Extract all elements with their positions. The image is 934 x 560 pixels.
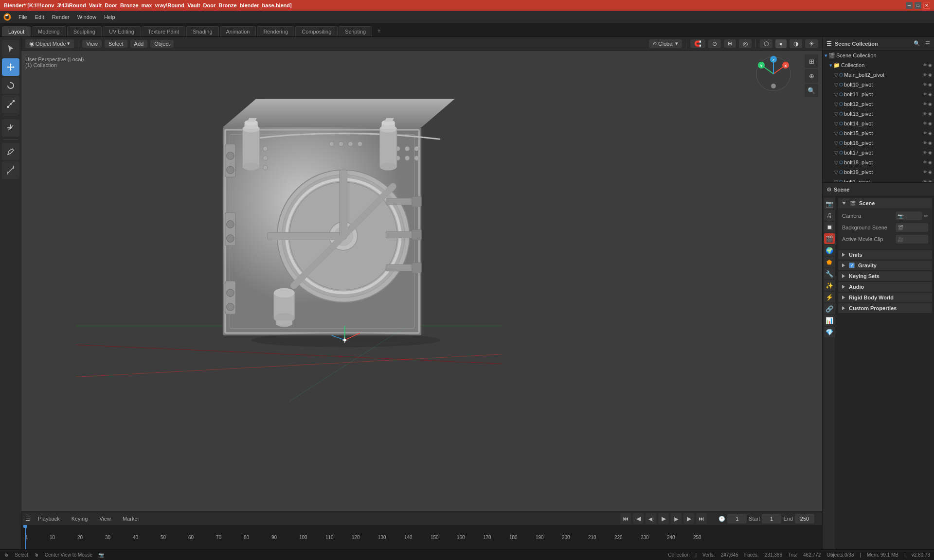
outliner-item[interactable]: ▽ ⬡ bolt12_pivot 👁 ◉ (823, 99, 934, 109)
xray-button[interactable]: ◎ (739, 39, 752, 48)
viewport-view-menu[interactable]: View (82, 40, 102, 48)
proportional-edit-button[interactable]: ⊙ (708, 39, 721, 48)
prop-tab-viewlayer[interactable]: 🔲 (824, 222, 835, 232)
viewport-select-menu[interactable]: Select (105, 40, 127, 48)
gravity-section-header[interactable]: ✓ Gravity (838, 261, 932, 270)
prop-tab-scene[interactable]: 🎬 (824, 233, 835, 244)
frame-number-130: 130 (378, 535, 386, 540)
transform-tool[interactable] (2, 119, 19, 137)
menu-help[interactable]: Help (100, 13, 119, 21)
outliner-collection[interactable]: ▾ 📁 Collection 👁 ◉ (823, 60, 934, 70)
viewport-global-transform[interactable]: ⊙ Global ▾ (649, 39, 682, 48)
prop-tab-output[interactable]: 🖨 (824, 210, 835, 221)
viewport[interactable]: ◉ Object Mode ▾ View Select Add Object ⊙… (21, 37, 822, 560)
end-frame-input[interactable] (795, 514, 814, 524)
tab-layout[interactable]: Layout (2, 26, 31, 36)
prop-tab-object[interactable]: ⬟ (824, 257, 835, 267)
cursor-tool[interactable] (2, 40, 19, 57)
prop-tab-modifier[interactable]: 🔧 (824, 268, 835, 279)
measure-tool[interactable] (2, 161, 19, 179)
next-keyframe-btn[interactable]: |▶ (671, 513, 682, 524)
shading-solid[interactable]: ● (775, 39, 787, 48)
menu-edit[interactable]: Edit (31, 13, 48, 21)
shading-rendered[interactable]: ☀ (805, 39, 818, 48)
close-button[interactable]: ✕ (923, 2, 930, 9)
tab-sculpting[interactable]: Sculpting (67, 26, 102, 36)
keying-sets-section-header[interactable]: Keying Sets (838, 271, 932, 281)
item-mesh-icon: ⬡ (839, 102, 843, 106)
outliner-item[interactable]: ▽ ⬡ bolt10_pivot 👁 ◉ (823, 80, 934, 89)
outliner-item[interactable]: ▽ ⬡ bolt19_pivot 👁 ◉ (823, 167, 934, 177)
main-layout: ◉ Object Mode ▾ View Select Add Object ⊙… (0, 37, 934, 560)
shading-wireframe[interactable]: ⬡ (760, 39, 772, 48)
prop-tab-world[interactable]: 🌍 (824, 245, 835, 256)
camera-field[interactable]: 📷 (896, 211, 922, 220)
jump-start-btn[interactable]: ⏮ (620, 513, 631, 524)
menu-file[interactable]: File (15, 13, 31, 21)
viewport-mode-selector[interactable]: ◉ Object Mode ▾ (25, 39, 74, 48)
outliner-item[interactable]: ▽ ⬡ bolt11_pivot 👁 ◉ (823, 89, 934, 99)
current-frame-input[interactable] (727, 514, 747, 524)
start-label: Start (749, 516, 760, 522)
outliner-item[interactable]: ▽ ⬡ bolt17_pivot 👁 ◉ (823, 148, 934, 158)
outliner-item[interactable]: ▽ ⬡ bolt16_pivot 👁 ◉ (823, 138, 934, 148)
outliner-item[interactable]: ▽ ⬡ bolt13_pivot 👁 ◉ (823, 109, 934, 119)
outliner-scene-collection[interactable]: ▾ 🎬 Scene Collection (823, 51, 934, 60)
tab-uv-editing[interactable]: UV Editing (103, 26, 141, 36)
play-btn[interactable]: ▶ (658, 513, 669, 524)
prop-tab-data[interactable]: 📊 (824, 315, 835, 326)
prop-tab-particles[interactable]: ✨ (824, 280, 835, 291)
minimize-button[interactable]: ─ (906, 2, 913, 9)
outliner-content[interactable]: ▾ 🎬 Scene Collection ▾ 📁 Collection 👁 ◉ … (823, 51, 934, 182)
prop-tab-material[interactable]: 💎 (824, 327, 835, 337)
view-tab[interactable]: View (95, 515, 115, 523)
rigid-body-world-header[interactable]: Rigid Body World (838, 293, 932, 302)
bg-scene-field[interactable]: 🎬 (896, 223, 928, 232)
tab-animation[interactable]: Animation (220, 26, 256, 36)
audio-section-header[interactable]: Audio (838, 282, 932, 292)
start-frame-input[interactable] (762, 514, 781, 524)
outliner-item[interactable]: ▽ ⬡ bolt1_pivot 👁 ◉ (823, 177, 934, 182)
rotate-tool[interactable] (2, 77, 19, 94)
jump-end-btn[interactable]: ⏭ (696, 513, 707, 524)
movie-clip-field[interactable]: 🎥 (896, 235, 928, 244)
scene-section-header[interactable]: 🎬 Scene (838, 198, 932, 208)
viewport-add-menu[interactable]: Add (130, 40, 148, 48)
add-workspace-button[interactable]: + (373, 25, 385, 36)
playback-tab[interactable]: Playback (34, 515, 64, 523)
gravity-checkbox[interactable]: ✓ (849, 262, 855, 268)
camera-edit-icon[interactable]: ✏ (924, 213, 928, 219)
custom-props-header[interactable]: Custom Properties (838, 303, 932, 313)
annotate-tool[interactable] (2, 143, 19, 160)
units-section-header[interactable]: Units (838, 250, 932, 260)
outliner-item[interactable]: ▽ ⬡ bolt14_pivot 👁 ◉ (823, 119, 934, 128)
prop-tab-render[interactable]: 📷 (824, 198, 835, 209)
shading-material[interactable]: ◑ (790, 39, 802, 48)
outliner-item[interactable]: ▽ ⬡ Main_bolt2_pivot 👁 ◉ (823, 70, 934, 80)
tab-modeling[interactable]: Modeling (32, 26, 66, 36)
move-tool[interactable] (2, 58, 19, 76)
tab-texture-paint[interactable]: Texture Paint (142, 26, 185, 36)
outliner-item[interactable]: ▽ ⬡ bolt15_pivot 👁 ◉ (823, 128, 934, 138)
prev-keyframe-btn[interactable]: ◀| (646, 513, 656, 524)
marker-tab[interactable]: Marker (119, 515, 143, 523)
scale-tool[interactable] (2, 95, 19, 113)
maximize-button[interactable]: □ (915, 2, 921, 9)
prev-frame-btn[interactable]: ◀ (633, 513, 644, 524)
outliner-item[interactable]: ▽ ⬡ bolt18_pivot 👁 ◉ (823, 158, 934, 167)
prop-tab-physics[interactable]: ⚡ (824, 292, 835, 302)
tab-rendering[interactable]: Rendering (257, 26, 294, 36)
keying-tab[interactable]: Keying (68, 515, 92, 523)
tab-shading[interactable]: Shading (186, 26, 218, 36)
next-frame-btn[interactable]: ▶ (683, 513, 694, 524)
tab-scripting[interactable]: Scripting (339, 26, 372, 36)
frame-number-170: 170 (483, 535, 491, 540)
timeline-ruler[interactable]: 1 10 20 30 40 50 60 70 80 90 100 110 120… (21, 525, 822, 549)
viewport-object-menu[interactable]: Object (150, 40, 174, 48)
menu-window[interactable]: Window (73, 13, 100, 21)
tab-compositing[interactable]: Compositing (295, 26, 338, 36)
menu-render[interactable]: Render (48, 13, 73, 21)
prop-tab-constraints[interactable]: 🔗 (824, 303, 835, 314)
snap-button[interactable]: 🧲 (690, 39, 705, 48)
overlay-button[interactable]: ⊞ (724, 39, 736, 48)
